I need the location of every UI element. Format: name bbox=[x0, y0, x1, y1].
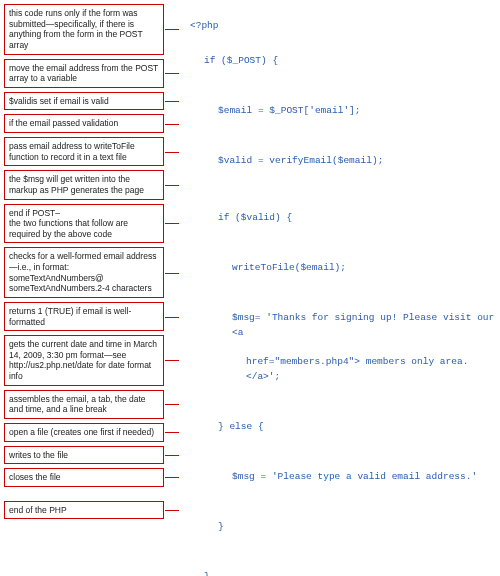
code-line: writeToFile($email); bbox=[190, 261, 496, 276]
annotation: pass email address to writeToFile functi… bbox=[4, 137, 164, 166]
annotation: this code runs only if the form was subm… bbox=[4, 4, 164, 55]
code-line: if ($_POST) { bbox=[190, 54, 496, 69]
annotation: checks for a well-formed email address—i… bbox=[4, 247, 164, 298]
code-line: href="members.php4"> members only area.<… bbox=[190, 355, 496, 384]
annotation: the $msg will get written into the marku… bbox=[4, 170, 164, 199]
annotation: writes to the file bbox=[4, 446, 164, 465]
code-line: $msg = 'Please type a valid email addres… bbox=[190, 470, 496, 485]
code-line: } bbox=[190, 520, 496, 535]
annotation: move the email address from the POST arr… bbox=[4, 59, 164, 88]
code-line: if ($valid) { bbox=[190, 211, 496, 226]
annotation: end of the PHP bbox=[4, 501, 164, 520]
code-line: $msg= 'Thanks for signing up! Please vis… bbox=[190, 311, 496, 340]
code-block: <?php if ($_POST) { $email = $_POST['ema… bbox=[190, 4, 496, 576]
annotation: closes the file bbox=[4, 468, 164, 487]
annotation: assembles the email, a tab, the date and… bbox=[4, 390, 164, 419]
annotation: open a file (creates one first if needed… bbox=[4, 423, 164, 442]
annotation: gets the current date and time in March … bbox=[4, 335, 164, 386]
code-line: $email = $_POST['email']; bbox=[190, 104, 496, 119]
code-line: $valid = verifyEmail($email); bbox=[190, 154, 496, 169]
annotation-column: this code runs only if the form was subm… bbox=[4, 4, 164, 523]
annotation: $validis set if email is valid bbox=[4, 92, 164, 111]
code-line: <?php bbox=[190, 20, 219, 31]
code-line: } bbox=[190, 570, 496, 576]
code-line: } else { bbox=[190, 420, 496, 435]
annotation: if the email passed validation bbox=[4, 114, 164, 133]
annotation: end if POST– the two functions that foll… bbox=[4, 204, 164, 244]
annotation: returns 1 (TRUE) if email is well-format… bbox=[4, 302, 164, 331]
